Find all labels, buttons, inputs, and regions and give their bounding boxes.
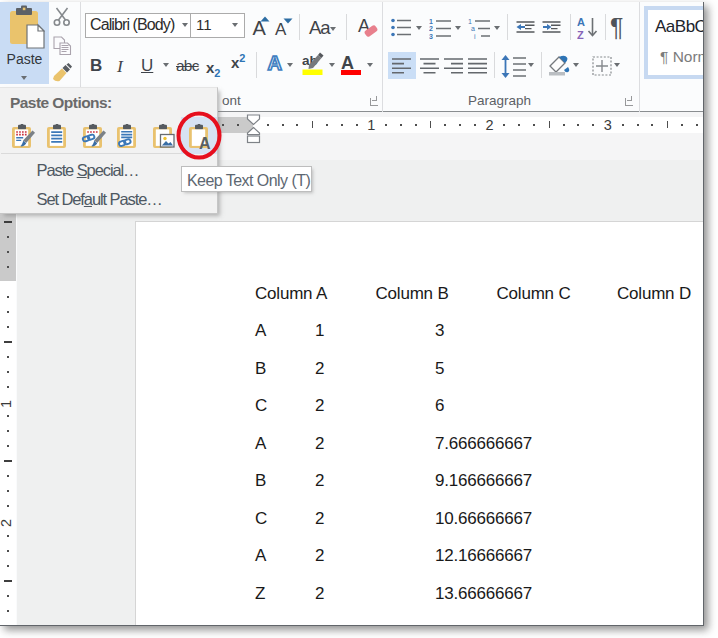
svg-text:i: i: [474, 33, 476, 40]
svg-text:a: a: [471, 25, 475, 32]
svg-text:Z: Z: [577, 29, 584, 40]
svg-text:2: 2: [429, 25, 433, 32]
svg-text:A: A: [577, 16, 585, 28]
svg-text:1: 1: [468, 18, 472, 25]
svg-text:1: 1: [429, 18, 433, 25]
svg-text:3: 3: [429, 33, 433, 40]
